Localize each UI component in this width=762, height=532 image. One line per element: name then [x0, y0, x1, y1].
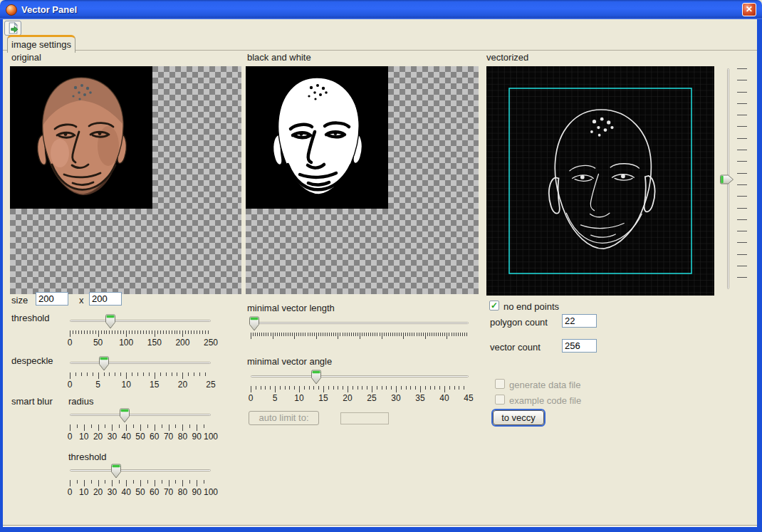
slider-ticks: [737, 68, 747, 289]
bw-image-panel: [246, 66, 479, 294]
tick-label: 100: [119, 338, 133, 348]
tick-label: 10: [79, 432, 88, 442]
vectorized-preview: [486, 66, 714, 296]
slider-tick-labels: 0102030405060708090100: [70, 487, 211, 497]
size-height-field[interactable]: [89, 292, 122, 306]
slider-thumb[interactable]: [310, 370, 321, 385]
smart-blur-radius-slider[interactable]: 0102030405060708090100: [70, 408, 211, 442]
min-vector-length-label: minimal vector length: [247, 303, 335, 313]
example-code-file-label: example code file: [509, 395, 581, 406]
size-x-label: x: [79, 295, 84, 306]
vector-count-field[interactable]: [562, 339, 597, 353]
tick-label: 100: [204, 487, 218, 497]
slider-tick-labels: 0510152025: [70, 380, 211, 390]
radius-label: radius: [68, 396, 93, 407]
tick-label: 35: [415, 393, 424, 403]
slider-ticks: [251, 386, 469, 392]
tick-label: 150: [147, 338, 162, 348]
titlebar[interactable]: Vector Panel ✕: [0, 0, 762, 19]
export-image-icon: [7, 22, 19, 34]
tick-label: 10: [294, 393, 303, 403]
window-frame-bottom: [0, 527, 762, 532]
slider-track[interactable]: [70, 469, 211, 471]
slider-track[interactable]: [70, 414, 211, 416]
slider-thumb[interactable]: [105, 314, 116, 329]
tab-image-settings[interactable]: image settings: [7, 35, 75, 53]
no-end-points-label: no end points: [503, 301, 559, 312]
despeckle-slider[interactable]: 0510152025: [70, 356, 211, 390]
vector-count-label: vector count: [490, 342, 541, 353]
threshold-slider[interactable]: 050100150200250: [70, 314, 211, 348]
auto-limit-field: [340, 412, 389, 424]
tick-label: 10: [122, 380, 131, 390]
original-label: original: [11, 52, 41, 63]
tick-label: 15: [318, 393, 328, 403]
slider-thumb[interactable]: [98, 356, 109, 371]
slider-track[interactable]: [70, 320, 211, 322]
tick-label: 100: [204, 432, 218, 442]
window-frame-left: [0, 19, 3, 532]
polygon-count-label: polygon count: [490, 317, 548, 328]
tick-label: 80: [178, 487, 187, 497]
slider-thumb[interactable]: [719, 174, 734, 184]
threshold-label: threshold: [11, 313, 49, 323]
slider-tick-labels: 050100150200250: [70, 338, 211, 348]
slider-thumb[interactable]: [249, 316, 259, 331]
app-ball-icon: [6, 4, 17, 16]
size-width-field[interactable]: [36, 292, 68, 306]
tick-label: 45: [464, 393, 473, 403]
vector-panel-window: Vector Panel ✕ image settings original b…: [0, 0, 762, 532]
tick-label: 250: [204, 338, 218, 348]
slider-thumb[interactable]: [111, 464, 122, 479]
slider-ticks: [70, 330, 211, 337]
smart-blur-threshold-slider[interactable]: 0102030405060708090100: [70, 464, 211, 498]
smart-blur-threshold-label: threshold: [68, 452, 106, 462]
bw-face-image: [246, 66, 388, 209]
slider-ticks: [70, 480, 211, 486]
min-vector-angle-slider[interactable]: 051015202530354045: [251, 370, 469, 404]
tick-label: 0: [68, 338, 73, 348]
no-end-points-checkbox[interactable]: ✓: [489, 301, 499, 311]
min-vector-angle-label: minimal vector angle: [247, 356, 332, 367]
min-vector-length-slider[interactable]: [251, 316, 469, 350]
tick-label: 20: [93, 432, 103, 442]
tick-label: 20: [178, 380, 187, 390]
tick-label: 90: [192, 487, 202, 497]
tick-label: 5: [273, 393, 278, 403]
tick-label: 60: [150, 487, 159, 497]
auto-limit-button: auto limit to:: [249, 411, 319, 425]
tick-label: 60: [150, 432, 159, 442]
slider-ticks: [70, 424, 211, 431]
slider-tick-labels: 0102030405060708090100: [70, 432, 211, 442]
to-veccy-button[interactable]: to veccy: [493, 410, 544, 425]
bw-label: black and white: [247, 52, 311, 63]
check-icon: ✓: [491, 301, 498, 311]
tick-label: 15: [150, 380, 159, 390]
tick-label: 5: [95, 380, 100, 390]
generate-data-file-label: generate data file: [509, 380, 580, 390]
window-title: Vector Panel: [21, 4, 77, 15]
close-button[interactable]: ✕: [742, 3, 756, 16]
slider-track[interactable]: [251, 322, 469, 324]
tabpane-border: [3, 50, 757, 51]
slider-thumb[interactable]: [120, 408, 130, 423]
generate-data-file-checkbox: [495, 379, 505, 389]
tick-label: 40: [122, 487, 131, 497]
tick-label: 10: [79, 487, 88, 497]
tick-label: 0: [68, 432, 73, 442]
slider-track[interactable]: [70, 362, 211, 364]
tab-label: image settings: [11, 39, 71, 50]
tick-label: 40: [439, 393, 449, 403]
tick-label: 0: [68, 487, 73, 497]
export-image-button[interactable]: [4, 21, 21, 36]
slider-tick-labels: 051015202530354045: [251, 393, 469, 403]
tick-label: 0: [249, 393, 254, 403]
tick-label: 70: [164, 432, 173, 442]
polygon-count-field[interactable]: [562, 314, 597, 328]
zoom-slider[interactable]: [718, 68, 752, 291]
tick-label: 50: [93, 338, 103, 348]
tick-label: 25: [206, 380, 215, 390]
slider-track[interactable]: [251, 375, 469, 377]
tick-label: 30: [108, 487, 117, 497]
example-code-file-checkbox: [495, 395, 505, 405]
